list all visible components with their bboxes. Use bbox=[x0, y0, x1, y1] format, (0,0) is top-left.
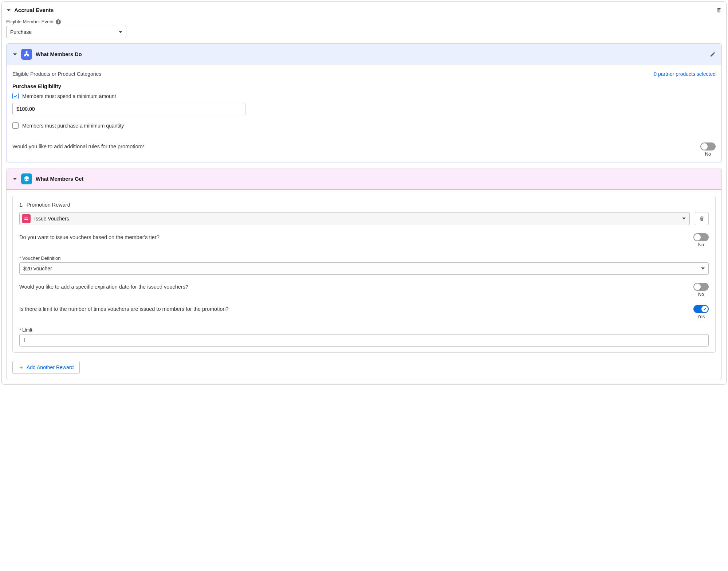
what-members-do-header: What Members Do bbox=[7, 44, 721, 65]
min-qty-label: Members must purchase a minimum quantity bbox=[22, 123, 124, 129]
additional-rules-toggle[interactable] bbox=[700, 142, 716, 150]
info-icon[interactable]: i bbox=[56, 19, 61, 24]
min-spend-label: Members must spend a minimum amount bbox=[22, 93, 116, 99]
min-qty-checkbox[interactable] bbox=[12, 122, 19, 129]
eligible-member-event-field: Eligible Member Event i Purchase bbox=[6, 19, 722, 38]
limit-question: Is there a limit to the number of times … bbox=[19, 305, 229, 312]
what-members-do-panel: What Members Do Eligible Products or Pro… bbox=[6, 43, 722, 163]
voucher-definition-dropdown[interactable]: $20 Voucher bbox=[19, 262, 709, 275]
svg-rect-2 bbox=[27, 55, 29, 56]
expiration-question: Would you like to add a specific expirat… bbox=[19, 283, 188, 290]
eligible-member-event-value: Purchase bbox=[10, 29, 32, 35]
eligible-member-event-dropdown[interactable]: Purchase bbox=[6, 26, 126, 38]
add-reward-button[interactable]: Add Another Reward bbox=[12, 361, 80, 374]
svg-rect-4 bbox=[24, 218, 28, 219]
collapse-icon[interactable] bbox=[12, 52, 17, 57]
edit-icon[interactable] bbox=[710, 51, 716, 57]
add-reward-label: Add Another Reward bbox=[27, 364, 74, 370]
chevron-down-icon bbox=[682, 218, 686, 220]
collapse-icon[interactable] bbox=[12, 176, 17, 181]
tier-question: Do you want to issue vouchers based on t… bbox=[19, 233, 160, 240]
reward-index: 1. bbox=[19, 202, 24, 208]
eligible-products-label: Eligible Products or Product Categories bbox=[12, 71, 101, 77]
voucher-def-label: *Voucher Definition bbox=[19, 255, 709, 261]
delete-reward-button[interactable] bbox=[695, 212, 709, 225]
reward-heading: Promotion Reward bbox=[27, 202, 70, 208]
eligible-member-event-label: Eligible Member Event bbox=[6, 19, 54, 24]
additional-rules-value: No bbox=[705, 152, 711, 157]
min-spend-checkbox[interactable] bbox=[12, 93, 19, 99]
hierarchy-icon bbox=[21, 49, 32, 60]
min-spend-input[interactable] bbox=[12, 103, 245, 115]
expiration-toggle[interactable] bbox=[693, 283, 709, 291]
expiration-toggle-value: No bbox=[698, 292, 704, 297]
limit-toggle-value: Yes bbox=[697, 314, 705, 319]
reward-type-value: Issue Vouchers bbox=[34, 216, 69, 222]
partner-products-link[interactable]: 0 partner products selected bbox=[654, 71, 716, 77]
svg-rect-1 bbox=[24, 55, 26, 56]
voucher-icon bbox=[22, 214, 31, 223]
promotion-reward-card: 1. Promotion Reward Issue Vouchers bbox=[12, 196, 716, 353]
what-members-do-title: What Members Do bbox=[36, 51, 82, 57]
plus-icon bbox=[19, 365, 24, 370]
section-title: Accrual Events bbox=[14, 7, 54, 13]
delete-icon[interactable] bbox=[716, 7, 722, 13]
svg-rect-0 bbox=[26, 52, 28, 53]
limit-toggle[interactable] bbox=[693, 305, 709, 313]
what-members-get-header: What Members Get bbox=[7, 168, 721, 190]
limit-label: *Limit bbox=[19, 327, 709, 333]
purchase-eligibility-heading: Purchase Eligibility bbox=[12, 83, 716, 89]
chevron-down-icon bbox=[701, 267, 705, 270]
what-members-get-title: What Members Get bbox=[36, 176, 83, 182]
reward-icon bbox=[21, 173, 32, 184]
chevron-down-icon bbox=[119, 31, 122, 33]
voucher-definition-value: $20 Voucher bbox=[23, 266, 52, 271]
reward-type-dropdown[interactable]: Issue Vouchers bbox=[19, 212, 690, 225]
collapse-icon[interactable] bbox=[6, 8, 11, 13]
limit-input[interactable] bbox=[19, 334, 709, 347]
tier-toggle-value: No bbox=[698, 242, 704, 247]
what-members-get-panel: What Members Get 1. Promotion Reward Iss… bbox=[6, 168, 722, 380]
tier-toggle[interactable] bbox=[693, 233, 709, 241]
accrual-events-header: Accrual Events bbox=[6, 6, 722, 14]
additional-rules-question: Would you like to add additional rules f… bbox=[12, 142, 144, 149]
